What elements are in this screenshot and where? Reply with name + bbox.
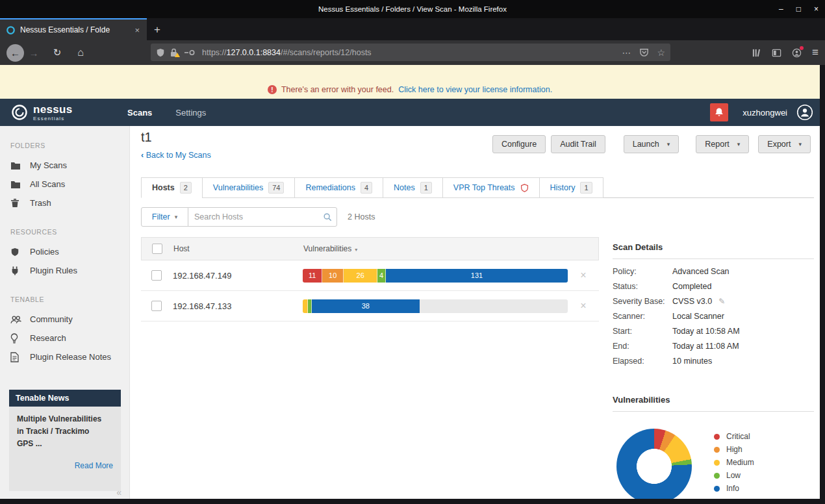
section-title-folders: FOLDERS: [10, 142, 129, 149]
host-ip[interactable]: 192.168.47.149: [173, 271, 303, 281]
sidebar-item-plugin-release-notes[interactable]: Plugin Release Notes: [0, 347, 129, 366]
row-checkbox[interactable]: [151, 301, 162, 311]
detail-value: Local Scanner: [672, 312, 724, 321]
launch-button[interactable]: Launch▾: [624, 135, 679, 153]
read-more-link[interactable]: Read More: [17, 461, 113, 470]
nav-scans[interactable]: Scans: [127, 108, 152, 118]
minimize-button[interactable]: –: [779, 5, 783, 14]
tab-badge: 1: [420, 182, 432, 194]
host-column-header[interactable]: Host: [173, 244, 303, 253]
search-hosts-input[interactable]: [188, 207, 337, 227]
hamburger-menu-icon[interactable]: ≡: [812, 46, 819, 59]
sidebar-collapse-icon[interactable]: «: [116, 487, 121, 498]
row-checkbox[interactable]: [151, 270, 162, 281]
select-all-checkbox[interactable]: [152, 244, 162, 254]
filter-button[interactable]: Filter▾: [141, 207, 188, 227]
url-scheme: https://: [202, 48, 227, 57]
sidebar-item-plugin-rules[interactable]: Plugin Rules: [0, 261, 129, 280]
people-icon: [10, 315, 23, 324]
tab-hosts[interactable]: Hosts2: [141, 177, 203, 198]
reload-button[interactable]: ↻: [47, 47, 67, 58]
maximize-button[interactable]: □: [796, 5, 801, 14]
legend-dot-info: [714, 486, 720, 492]
tab-remediations[interactable]: Remediations4: [294, 177, 383, 198]
audit-trail-button[interactable]: Audit Trail: [551, 135, 605, 153]
account-icon[interactable]: [792, 48, 802, 58]
host-ip[interactable]: 192.168.47.133: [173, 301, 303, 311]
license-info-link[interactable]: Click here to view your license informat…: [398, 85, 552, 94]
search-icon[interactable]: [323, 212, 332, 221]
account-notification-dot: [800, 46, 804, 50]
tab-vulnerabilities[interactable]: Vulnerabilities74: [202, 177, 296, 198]
sidebar-item-label: Trash: [30, 198, 51, 208]
tab-close-icon[interactable]: ×: [133, 25, 141, 35]
document-icon: [10, 352, 23, 362]
insecure-lock-warning-icon[interactable]: [170, 47, 180, 58]
sidebar-item-label: Policies: [30, 247, 59, 257]
tab-badge: 1: [580, 182, 592, 194]
sidebar-item-research[interactable]: Research: [0, 329, 129, 347]
tab-badge: 4: [361, 182, 372, 194]
url-bar[interactable]: https://127.0.0.1:8834/#/scans/reports/1…: [151, 44, 670, 61]
tab-badge: 74: [268, 182, 284, 194]
export-button[interactable]: Export▾: [758, 135, 811, 153]
close-button[interactable]: ×: [814, 5, 819, 14]
detail-value: 10 minutes: [672, 357, 712, 366]
report-button[interactable]: Report▾: [696, 135, 749, 153]
edit-severity-base-icon[interactable]: ✎: [718, 297, 725, 306]
back-button[interactable]: ←: [6, 44, 24, 62]
lightbulb-icon: [10, 333, 23, 344]
detail-label: Policy:: [613, 267, 672, 276]
sidebar-item-community[interactable]: Community: [0, 310, 129, 329]
notifications-bell-button[interactable]: [710, 103, 728, 121]
chevron-down-icon: ▾: [667, 141, 670, 147]
tab-history[interactable]: History1: [539, 177, 603, 198]
tracking-protection-shield-icon[interactable]: [156, 47, 165, 58]
legend-dot-critical: [714, 434, 720, 440]
username[interactable]: xuzhongwei: [742, 108, 787, 118]
remove-host-button[interactable]: ×: [580, 270, 586, 281]
sidebar-toggle-icon[interactable]: [772, 48, 781, 58]
new-tab-button[interactable]: +: [147, 19, 168, 40]
library-icon[interactable]: [752, 48, 761, 58]
tab-vpr-top-threats[interactable]: VPR Top Threats: [442, 177, 540, 198]
vulnerabilities-column-header[interactable]: Vulnerabilities▾: [303, 244, 568, 253]
nav-settings[interactable]: Settings: [175, 108, 206, 118]
hosts-table: Host Vulnerabilities▾ 192.168.47.149 111…: [141, 237, 599, 321]
table-row[interactable]: 192.168.47.149 1110264131 ×: [141, 260, 599, 291]
detail-value: Completed: [672, 282, 711, 291]
user-avatar[interactable]: [796, 104, 813, 121]
url-text[interactable]: https://127.0.0.1:8834/#/scans/reports/1…: [202, 48, 372, 57]
browser-tab[interactable]: Nessus Essentials / Folde ×: [0, 18, 147, 40]
host-count: 2 Hosts: [348, 212, 375, 221]
table-row[interactable]: 192.168.47.133 38 ×: [141, 291, 599, 321]
sidebar-item-policies[interactable]: Policies: [0, 242, 129, 261]
permissions-icon[interactable]: [184, 49, 195, 56]
configure-button[interactable]: Configure: [492, 135, 546, 153]
sidebar-item-all-scans[interactable]: All Scans: [0, 175, 129, 194]
home-button[interactable]: ⌂: [71, 47, 90, 58]
nessus-logo[interactable]: nessus Essentials: [10, 103, 108, 121]
sort-caret-icon: ▾: [355, 247, 357, 253]
sidebar-item-my-scans[interactable]: My Scans: [0, 156, 129, 175]
folder-icon: [10, 161, 23, 170]
pocket-icon[interactable]: [639, 47, 649, 57]
forward-button[interactable]: →: [24, 47, 44, 58]
sidebar-item-trash[interactable]: Trash: [0, 194, 129, 212]
feed-error-banner: ! There's an error with your feed. Click…: [0, 65, 820, 99]
tab-notes[interactable]: Notes1: [383, 177, 443, 198]
back-to-my-scans-link[interactable]: ‹ Back to My Scans: [141, 151, 211, 160]
detail-label: Elapsed:: [613, 357, 672, 366]
back-chevron-icon: ‹: [141, 151, 144, 160]
table-header-row: Host Vulnerabilities▾: [141, 237, 599, 260]
plug-icon: [10, 266, 23, 275]
tenable-news-card: Tenable News Multiple Vulnerabilities in…: [9, 390, 121, 491]
sidebar-item-label: Plugin Release Notes: [30, 352, 111, 362]
legend-dot-low: [714, 473, 720, 479]
bookmark-star-icon[interactable]: ☆: [657, 47, 665, 58]
scan-details-title: Scan Details: [613, 242, 814, 252]
remove-host-button[interactable]: ×: [580, 300, 586, 312]
browser-tabbar: Nessus Essentials / Folde × +: [0, 18, 825, 40]
main-content: t1 ‹ Back to My Scans Configure Audit Tr…: [130, 126, 820, 499]
page-actions-icon[interactable]: ⋯: [622, 47, 631, 58]
